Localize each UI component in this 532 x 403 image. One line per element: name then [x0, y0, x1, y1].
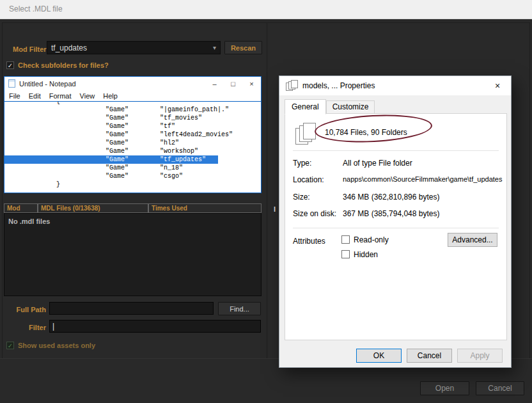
full-path-label: Full Path [8, 306, 46, 313]
notepad-line: "Game""workshop" [4, 147, 261, 155]
notepad-icon [8, 79, 15, 88]
notepad-line: "Game""tf_movies" [4, 114, 261, 122]
type-value: All of type File folder [343, 159, 412, 168]
advanced-button[interactable]: Advanced... [448, 233, 497, 247]
properties-dialog: models, ... Properties × General Customi… [279, 75, 512, 368]
dialog-cancel-button[interactable]: Cancel [476, 381, 524, 395]
separator [293, 228, 499, 228]
window-titlebar: Select .MDL file [0, 0, 532, 19]
select-mdl-window: Select .MDL file Mod Filter tf_updates ▾… [0, 0, 532, 403]
notepad-line: "Game""hl2" [4, 139, 261, 147]
page-title: Select .MDL file [9, 4, 63, 13]
readonly-label: Read-only [354, 235, 389, 244]
empty-list-message: No .mdl files [8, 217, 50, 225]
notepad-menubar: File Edit Format View Help [4, 90, 261, 101]
column-header-times-used[interactable]: Times Used [148, 203, 262, 213]
notepad-title: Untitled - Notepad [19, 80, 76, 88]
readonly-checkbox[interactable] [341, 235, 350, 244]
column-header-mod[interactable]: Mod [4, 203, 38, 213]
properties-tabs: General Customize [285, 99, 375, 114]
mod-filter-label: Mod Filter [13, 45, 47, 53]
rescan-button[interactable]: Rescan [224, 41, 262, 54]
check-subfolders-label: Check subfolders for files? [18, 61, 109, 69]
close-icon[interactable]: × [484, 76, 511, 95]
notepad-line-selected: "Game""tf_updates" [4, 155, 261, 164]
properties-cancel-button[interactable]: Cancel [407, 349, 452, 363]
mod-filter-value: tf_updates [51, 43, 87, 52]
show-used-row: ✓ Show used assets only [6, 342, 95, 349]
size-label: Size: [293, 193, 310, 201]
full-path-input[interactable] [49, 302, 214, 315]
size-value: 346 MB (362,810,896 bytes) [343, 193, 439, 201]
menu-view[interactable]: View [80, 92, 95, 100]
size-on-disk-label: Size on disk: [293, 209, 336, 218]
type-label: Type: [293, 159, 311, 168]
ok-button[interactable]: OK [356, 349, 402, 363]
tab-customize[interactable]: Customize [326, 100, 375, 114]
menu-help[interactable]: Help [103, 92, 118, 100]
notepad-line: "Game""n_18" [4, 164, 261, 172]
properties-title: models, ... Properties [302, 81, 375, 90]
show-used-checkbox[interactable]: ✓ [6, 342, 14, 349]
files-stack-icon [295, 123, 318, 146]
maximize-icon[interactable]: □ [224, 80, 242, 88]
notepad-line: "Game""|gameinfo_path|." [4, 106, 261, 114]
show-used-label: Show used assets only [18, 342, 95, 349]
apply-button[interactable]: Apply [457, 349, 503, 363]
open-button[interactable]: Open [420, 381, 469, 395]
notepad-window: Untitled - Notepad – □ × File Edit Forma… [4, 76, 262, 193]
minimize-icon[interactable]: – [205, 80, 224, 88]
check-subfolders-row: ✓ Check subfolders for files? [6, 61, 109, 69]
notepad-line: } [4, 180, 261, 189]
mdl-table-header: Mod MDL Files (0/13638) Times Used [4, 203, 262, 213]
hidden-checkbox[interactable] [341, 250, 350, 258]
menu-edit[interactable]: Edit [29, 92, 41, 100]
tab-general[interactable]: General [285, 99, 326, 115]
text-caret: | [52, 322, 54, 331]
size-on-disk-value: 367 MB (385,794,048 bytes) [343, 209, 439, 218]
files-icon [286, 80, 297, 91]
notepad-editor[interactable]: { "Game""|gameinfo_path|." "Game""tf_mov… [4, 101, 261, 193]
properties-general-panel: 10,784 Files, 90 Folders Type: All of ty… [285, 113, 507, 340]
hidden-label: Hidden [354, 250, 378, 259]
close-icon[interactable]: × [242, 80, 261, 88]
mod-filter-dropdown[interactable]: tf_updates ▾ [47, 41, 221, 54]
location-value: napps\common\SourceFilmmaker\game\tf_upd… [343, 175, 502, 183]
separator [293, 150, 499, 151]
attributes-label: Attributes [293, 237, 325, 246]
workspace: Mod Filter tf_updates ▾ Rescan ✓ Check s… [0, 19, 532, 403]
notepad-line: "Game""left4dead2_movies" [4, 130, 261, 139]
annotation-ellipse [314, 112, 433, 145]
column-header-mdl-files[interactable]: MDL Files (0/13638) [38, 203, 148, 213]
properties-titlebar[interactable]: models, ... Properties × [279, 76, 511, 95]
filter-input[interactable]: | [49, 320, 261, 333]
menu-format[interactable]: Format [49, 92, 72, 100]
notepad-window-controls: – □ × [205, 80, 261, 88]
menu-file[interactable]: File [9, 92, 20, 100]
check-subfolders-checkbox[interactable]: ✓ [6, 61, 14, 69]
panel-divider [267, 22, 267, 359]
notepad-line: "Game""tf" [4, 122, 261, 130]
mdl-file-list[interactable]: No .mdl files [4, 213, 262, 296]
obscured-text-fragment: I [274, 205, 276, 213]
filter-label: Filter [8, 324, 46, 331]
find-button[interactable]: Find... [218, 302, 261, 315]
notepad-line: { [4, 101, 261, 106]
notepad-titlebar: Untitled - Notepad – □ × [4, 77, 261, 90]
notepad-line: "Game""csgo" [4, 172, 261, 180]
location-label: Location: [293, 175, 324, 184]
chevron-down-icon: ▾ [213, 44, 216, 51]
